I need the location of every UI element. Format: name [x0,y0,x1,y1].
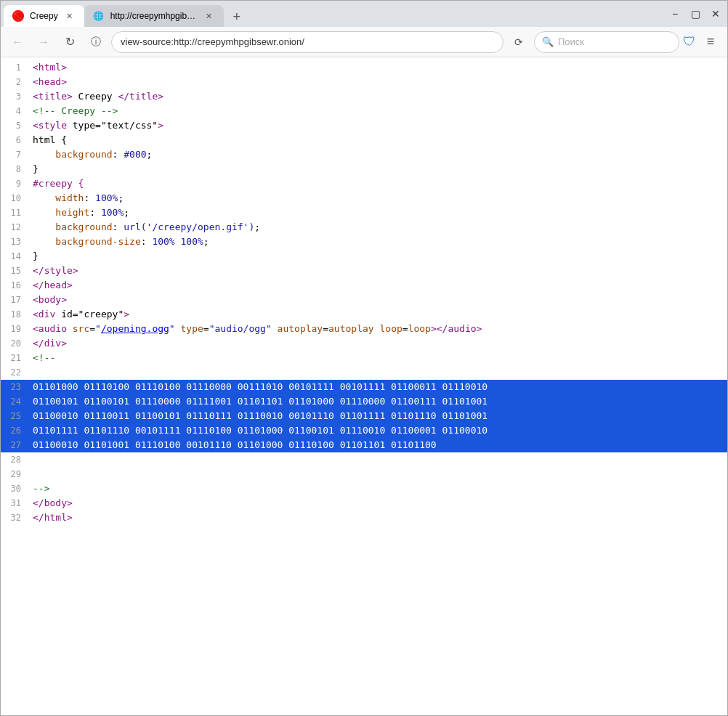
tab2-label: http://creepymhpgibsewr.oni... [110,11,198,21]
search-bar[interactable]: 🔍 Поиск [534,31,679,53]
line-number: 17 [1,293,30,307]
line-content [30,452,727,467]
line-content: 01100010 01110011 01100101 01110111 0111… [30,409,727,423]
line-number: 14 [1,249,30,264]
source-line-11: 11 height: 100%; [1,206,727,220]
source-line-23: 2301101000 01110100 01110100 01110000 00… [1,380,727,394]
line-content: </style> [30,264,727,278]
browser-window: 🚫 Creepy ✕ 🌐 http://creepymhpgibsewr.oni… [0,0,728,716]
line-number: 11 [1,206,30,220]
line-content: <div id="creepy"> [30,307,727,322]
line-number: 1 [1,60,30,75]
line-number: 2 [1,75,30,89]
source-line-16: 16</head> [1,278,727,293]
line-number: 23 [1,380,30,394]
window-controls: − ▢ ✕ [666,5,724,23]
line-content: </head> [30,278,727,293]
line-content: <!-- Creepy --> [30,104,727,118]
line-content: html { [30,133,727,147]
tab1-label: Creepy [30,11,58,21]
line-content: </body> [30,496,727,510]
source-line-12: 12 background: url('/creepy/open.gif'); [1,220,727,235]
minimize-button[interactable]: − [666,5,684,23]
source-line-24: 2401100101 01100101 01110000 01111001 01… [1,394,727,409]
tab2-close-button[interactable]: ✕ [203,10,215,22]
tab-area: 🚫 Creepy ✕ 🌐 http://creepymhpgibsewr.oni… [4,1,666,27]
info-button[interactable]: ⓘ [85,31,107,53]
source-line-21: 21<!-- [1,351,727,365]
source-line-32: 32</html> [1,510,727,525]
nav-bar: ← → ↻ ⓘ view-source:http://creepymhpgibs… [1,27,727,57]
line-content: } [30,249,727,264]
line-number: 4 [1,104,30,118]
line-number: 5 [1,118,30,133]
line-content: width: 100%; [30,191,727,206]
line-number: 28 [1,452,30,467]
line-content: <title> Creepy </title> [30,89,727,104]
source-line-27: 2701100010 01101001 01110100 00101110 01… [1,438,727,452]
tab-creepy[interactable]: 🚫 Creepy ✕ [4,5,84,27]
line-content [30,365,727,380]
line-content: 01101111 01101110 00101111 01110100 0110… [30,423,727,438]
shield-icon: 🛡 [684,36,695,48]
line-content: background: #000; [30,147,727,162]
tab-source[interactable]: 🌐 http://creepymhpgibsewr.oni... ✕ [84,5,224,27]
menu-button[interactable]: ≡ [700,31,721,53]
line-number: 24 [1,394,30,409]
source-line-13: 13 background-size: 100% 100%; [1,235,727,249]
line-number: 7 [1,147,30,162]
line-number: 12 [1,220,30,235]
line-content: 01101000 01110100 01110100 01110000 0011… [30,380,727,394]
source-line-3: 3<title> Creepy </title> [1,89,727,104]
maximize-button[interactable]: ▢ [687,5,704,23]
line-number: 13 [1,235,30,249]
line-number: 18 [1,307,30,322]
source-line-5: 5<style type="text/css"> [1,118,727,133]
line-content: 01100010 01101001 01110100 00101110 0110… [30,438,727,452]
line-content: <body> [30,293,727,307]
source-line-17: 17<body> [1,293,727,307]
title-bar: 🚫 Creepy ✕ 🌐 http://creepymhpgibsewr.oni… [1,1,727,27]
line-number: 26 [1,423,30,438]
line-content [30,467,727,481]
source-line-18: 18<div id="creepy"> [1,307,727,322]
source-line-6: 6html { [1,133,727,147]
search-placeholder: Поиск [558,36,584,47]
source-line-29: 29 [1,467,727,481]
source-line-22: 22 [1,365,727,380]
source-line-26: 2601101111 01101110 00101111 01110100 01… [1,423,727,438]
line-number: 22 [1,365,30,380]
source-line-15: 15</style> [1,264,727,278]
source-line-20: 20</div> [1,336,727,351]
source-line-31: 31</body> [1,496,727,510]
address-bar[interactable]: view-source:http://creepymhpgibsewr.onio… [111,31,503,53]
refresh-button[interactable]: ↻ [59,31,81,53]
line-content: background-size: 100% 100%; [30,235,727,249]
source-line-2: 2<head> [1,75,727,89]
line-content: height: 100%; [30,206,727,220]
source-line-25: 2501100010 01110011 01100101 01110111 01… [1,409,727,423]
line-content: background: url('/creepy/open.gif'); [30,220,727,235]
close-button[interactable]: ✕ [707,5,724,23]
line-content: </html> [30,510,727,525]
source-view: 1<html>2<head>3<title> Creepy </title>4<… [1,57,727,715]
line-content: 01100101 01100101 01110000 01111001 0110… [30,394,727,409]
new-tab-button[interactable]: + [227,7,247,27]
source-line-9: 9#creepy { [1,176,727,191]
line-number: 3 [1,89,30,104]
source-line-1: 1<html> [1,60,727,75]
line-content: </div> [30,336,727,351]
source-line-8: 8} [1,162,727,176]
reload-button[interactable]: ⟳ [508,31,530,53]
line-number: 6 [1,133,30,147]
line-number: 32 [1,510,30,525]
tab1-close-button[interactable]: ✕ [64,10,76,22]
line-number: 15 [1,264,30,278]
search-icon: 🔍 [542,36,554,47]
line-content: <html> [30,60,727,75]
tab1-favicon: 🚫 [12,10,24,22]
back-button[interactable]: ← [7,31,28,53]
source-line-7: 7 background: #000; [1,147,727,162]
forward-button[interactable]: → [33,31,54,53]
line-content: <head> [30,75,727,89]
